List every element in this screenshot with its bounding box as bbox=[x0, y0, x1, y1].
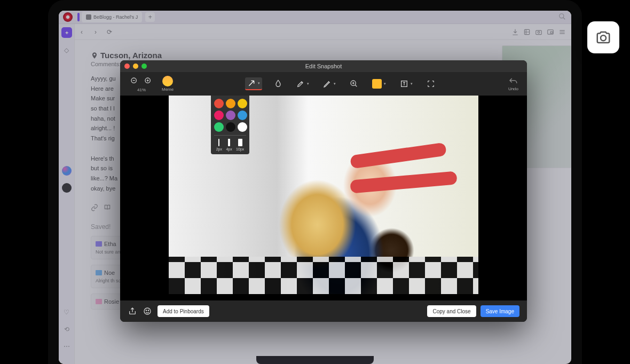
snapshot-titlebar[interactable]: Edit Snapshot bbox=[120, 60, 527, 72]
camera-badge[interactable] bbox=[587, 21, 619, 53]
snapshot-bottom-bar: Add to Pinboards Copy and Close Save Ima… bbox=[120, 300, 527, 322]
share-icon[interactable] bbox=[128, 306, 137, 316]
zoom-label: 41% bbox=[137, 88, 146, 92]
selection-tool[interactable] bbox=[424, 77, 437, 90]
undo-button[interactable]: Undo bbox=[508, 77, 518, 91]
color-swatch[interactable] bbox=[226, 99, 235, 108]
color-swatch[interactable] bbox=[226, 110, 235, 120]
blur-tool[interactable] bbox=[272, 77, 285, 90]
stroke-size-option[interactable]: 10px bbox=[236, 139, 244, 151]
chevron-down-icon: ▾ bbox=[411, 82, 413, 86]
stroke-size-option[interactable]: 4px bbox=[226, 139, 232, 151]
color-swatch[interactable] bbox=[214, 110, 224, 120]
camera-icon bbox=[595, 29, 611, 45]
add-to-pinboards-button[interactable]: Add to Pinboards bbox=[158, 305, 209, 317]
svg-point-22 bbox=[146, 310, 146, 311]
sticker-tool[interactable]: ▾ bbox=[370, 77, 388, 90]
color-swatch[interactable] bbox=[238, 99, 247, 108]
arrow-tool[interactable]: ▾ bbox=[245, 77, 262, 90]
sticker-icon bbox=[372, 79, 382, 89]
chevron-down-icon: ▾ bbox=[334, 82, 336, 86]
color-swatch[interactable] bbox=[214, 122, 224, 132]
color-picker-popup: 2px4px10px bbox=[211, 96, 249, 154]
color-swatch[interactable] bbox=[238, 110, 247, 120]
color-swatch[interactable] bbox=[226, 122, 235, 132]
stroke-size-option[interactable]: 2px bbox=[216, 139, 222, 151]
size-label: 10px bbox=[236, 147, 244, 151]
svg-point-10 bbox=[601, 35, 606, 41]
zoom-in-icon[interactable] bbox=[143, 75, 154, 87]
pencil-tool[interactable]: ▾ bbox=[321, 77, 338, 90]
snapshot-editor-window: Edit Snapshot 41% Meme ▾ ▾ bbox=[120, 60, 527, 322]
svg-point-23 bbox=[148, 310, 148, 311]
size-label: 4px bbox=[226, 147, 232, 151]
undo-label: Undo bbox=[508, 86, 518, 91]
magnify-tool[interactable] bbox=[348, 77, 360, 90]
svg-point-21 bbox=[144, 308, 151, 314]
chevron-down-icon: ▾ bbox=[258, 81, 260, 85]
color-swatch[interactable] bbox=[238, 122, 247, 132]
copy-and-close-button[interactable]: Copy and Close bbox=[427, 305, 476, 317]
meme-icon[interactable] bbox=[162, 76, 173, 86]
undo-icon bbox=[508, 77, 518, 86]
meme-label: Meme bbox=[162, 87, 174, 92]
snapshot-canvas[interactable]: 2px4px10px bbox=[120, 96, 527, 300]
color-swatch[interactable] bbox=[214, 99, 224, 108]
save-image-button[interactable]: Save Image bbox=[481, 305, 519, 317]
snapshot-title: Edit Snapshot bbox=[120, 63, 527, 69]
zoom-out-icon[interactable] bbox=[129, 75, 140, 87]
emoji-icon[interactable] bbox=[143, 306, 152, 316]
chevron-down-icon: ▾ bbox=[384, 82, 386, 86]
highlight-tool[interactable]: ▾ bbox=[294, 77, 311, 90]
svg-line-17 bbox=[355, 85, 357, 86]
snapshot-toolbar: 41% Meme ▾ ▾ ▾ bbox=[120, 72, 527, 96]
size-label: 2px bbox=[216, 147, 222, 151]
text-tool[interactable]: ▾ bbox=[398, 77, 415, 90]
chevron-down-icon: ▾ bbox=[307, 82, 309, 86]
